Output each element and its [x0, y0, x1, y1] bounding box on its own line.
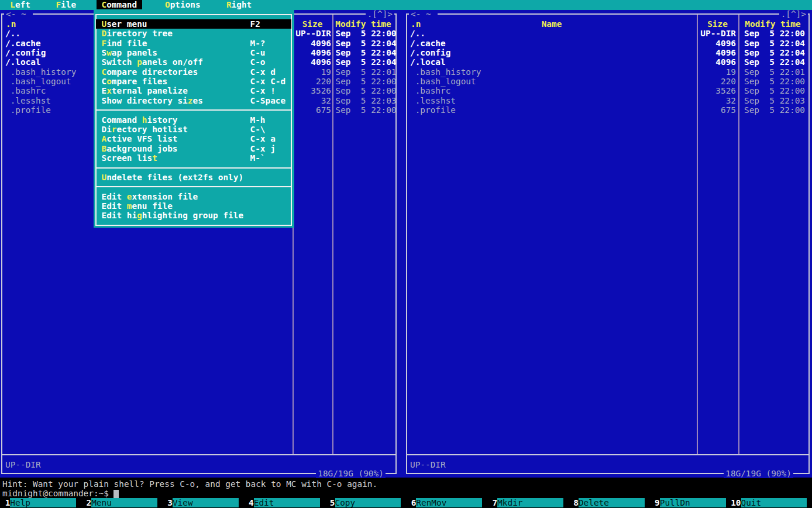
panel-right-file-row-mtime: Sep 5 22:01: [744, 67, 805, 77]
panel-right-file-row-name[interactable]: .bashrc: [410, 86, 450, 95]
menu-item-external-panelize[interactable]: External panelizeC-x !: [96, 86, 291, 95]
panel-left-file-row-name[interactable]: .lesshst: [5, 96, 51, 105]
panel-right-file-row-name[interactable]: /.config: [410, 48, 450, 57]
fkey-6-renmov[interactable]: 6RenMov: [406, 498, 487, 508]
panel-left-file-row-name[interactable]: /..: [5, 29, 20, 38]
fkey-1-help[interactable]: 1Help: [0, 498, 81, 508]
menubar-item-file[interactable]: File: [56, 0, 76, 9]
panel-right-file-row-name[interactable]: .lesshst: [410, 96, 456, 105]
menu-item-command-history[interactable]: Command historyM-h: [96, 115, 291, 125]
hotkey-letter: x: [106, 86, 112, 95]
label-text: ndelete files (ext2fs only): [106, 173, 243, 182]
menu-item-edit-menu-file[interactable]: Edit menu file: [96, 201, 291, 211]
shell-prompt[interactable]: midnight@commander:~$: [2, 489, 109, 498]
panel-right-header-name[interactable]: Name: [542, 19, 562, 29]
menu-item-directory-tree[interactable]: Directory tree: [96, 29, 291, 38]
panel-right-file-row-name[interactable]: .bash_history: [410, 67, 481, 77]
panel-left-file-row-name[interactable]: .bashrc: [5, 86, 46, 95]
panel-right-file-row-mtime: Sep 5 22:03: [744, 96, 805, 105]
panel-left-sort-indicator: .n: [6, 19, 16, 29]
menu-item-label: Compare directories: [102, 67, 198, 77]
label-text: Edit: [102, 201, 127, 211]
panel-right-header-size[interactable]: Size: [707, 19, 728, 29]
label-text: ser menu: [106, 19, 147, 29]
menu-item-label: Compare files: [102, 77, 168, 86]
menu-item-user-menu[interactable]: User menuF2: [96, 19, 291, 29]
panel-right-file-row-name[interactable]: /..: [410, 29, 425, 38]
menu-item-shortcut: F2: [250, 19, 260, 29]
hotkey-letter: B: [102, 144, 107, 153]
menu-item-label: Background jobs: [102, 144, 178, 153]
fkey-10-quit[interactable]: 10Quit: [731, 498, 812, 508]
fkey-4-edit[interactable]: 4Edit: [243, 498, 325, 508]
menubar-item-left[interactable]: Left: [10, 0, 30, 9]
fkey-7-mkdir[interactable]: 7Mkdir: [487, 498, 569, 508]
menu-item-screen-list[interactable]: Screen listM-`: [96, 153, 291, 163]
menu-item-label: Edit extension file: [102, 192, 198, 201]
hotkey-letter: w: [106, 48, 112, 57]
menu-item-shortcut: C-x C-d: [250, 77, 286, 86]
menu-item-shortcut: M-`: [250, 153, 266, 163]
panel-left-title[interactable]: <- ~: [4, 9, 33, 19]
panel-right-title[interactable]: <- ~: [409, 9, 438, 19]
menu-item-shortcut: C-x d: [250, 67, 276, 77]
hint-line: Hint: Want your plain shell? Press C-o, …: [2, 479, 377, 489]
panel-right-file-row-size: 4096: [654, 57, 736, 67]
menu-item-background-jobs[interactable]: Background jobsC-x j: [96, 144, 291, 153]
menu-item-active-vfs-list[interactable]: Active VFS listC-x a: [96, 134, 291, 143]
hotkey-letter: D: [102, 29, 107, 38]
menu-item-compare-directories[interactable]: Compare directoriesC-x d: [96, 67, 291, 77]
panel-right-file-row-size: 19: [654, 67, 736, 77]
mc-screen: LeftFileCommandOptionsRight <- ~ .[^]>.n…: [0, 0, 812, 508]
panel-right-ministatus-separator: [407, 454, 808, 455]
label-text: ternal panelize: [112, 86, 188, 95]
panel-left-header-mtime[interactable]: Modify time: [335, 19, 391, 29]
panel-left-file-row-name[interactable]: /.cache: [5, 39, 41, 48]
fkey-8-delete[interactable]: 8Delete: [569, 498, 650, 508]
panel-left-file-row-name[interactable]: /.local: [5, 57, 41, 67]
menu-item-undelete-files[interactable]: Undelete files (ext2fs only): [96, 173, 291, 182]
menu-item-directory-hotlist[interactable]: Directory hotlistC-\: [96, 125, 291, 134]
panel-right-file-row-name[interactable]: .bash_logout: [410, 77, 476, 86]
label-text: irectory tree: [106, 29, 173, 38]
panel-left-border-left: [1, 13, 2, 474]
hotkey-letter: L: [10, 0, 15, 9]
menu-item-label: Edit menu file: [102, 201, 173, 211]
menu-item-compare-files[interactable]: Compare filesC-x C-d: [96, 77, 291, 86]
panel-left-file-row-name[interactable]: /.config: [5, 48, 46, 57]
label-text: xtension file: [132, 192, 198, 201]
menubar-item-right[interactable]: Right: [226, 0, 252, 9]
fkey-9-pulldn[interactable]: 9PullDn: [649, 498, 731, 508]
panel-right-file-row-name[interactable]: .profile: [410, 105, 456, 115]
menu-item-edit-extension-file[interactable]: Edit extension file: [96, 192, 291, 201]
fkey-3-view[interactable]: 3View: [163, 498, 244, 508]
panel-left-file-row-mtime: Sep 5 22:04: [336, 57, 397, 67]
fkey-number: 2: [81, 498, 91, 507]
menu-item-swap-panels[interactable]: Swap panelsC-u: [96, 48, 291, 57]
panel-left-header-size[interactable]: Size: [302, 19, 323, 29]
panel-right-file-row-mtime: Sep 5 22:00: [744, 29, 805, 38]
menu-item-edit-highlighting-group-file[interactable]: Edit highlighting group file: [96, 211, 291, 220]
panel-left-file-row-name[interactable]: .bash_history: [5, 67, 76, 77]
hotkey-letter: C: [102, 67, 107, 77]
label-text: Edit: [102, 192, 127, 201]
fkey-2-menu[interactable]: 2Menu: [81, 498, 163, 508]
menu-item-label: Directory tree: [102, 29, 173, 38]
panel-right-file-row-size: 4096: [654, 39, 736, 48]
panel-right-file-row-name[interactable]: /.local: [410, 57, 446, 67]
panel-right-header-mtime[interactable]: Modify time: [745, 19, 800, 29]
menu-item-find-file[interactable]: Find fileM-?: [96, 39, 291, 48]
menu-item-label: Swap panels: [102, 48, 157, 57]
menubar-item-options[interactable]: Options: [165, 0, 201, 9]
panel-left-file-row-name[interactable]: .profile: [5, 105, 51, 115]
panel-left-file-row-name[interactable]: .bash_logout: [5, 77, 71, 86]
menu-item-switch-panels-on-off[interactable]: Switch panels on/offC-o: [96, 57, 291, 67]
label-text: Di: [102, 125, 112, 134]
menubar-item-command[interactable]: Command: [97, 0, 142, 9]
panel-right-file-row-name[interactable]: /.cache: [410, 39, 446, 48]
menu-item-show-directory-sizes[interactable]: Show directory sizesC-Space: [96, 96, 291, 105]
menu-separator: [95, 186, 292, 187]
panel-left-corner-controls[interactable]: .[^]>: [366, 9, 394, 19]
panel-right-corner-controls[interactable]: .[^]>: [779, 9, 808, 19]
fkey-5-copy[interactable]: 5Copy: [325, 498, 406, 508]
